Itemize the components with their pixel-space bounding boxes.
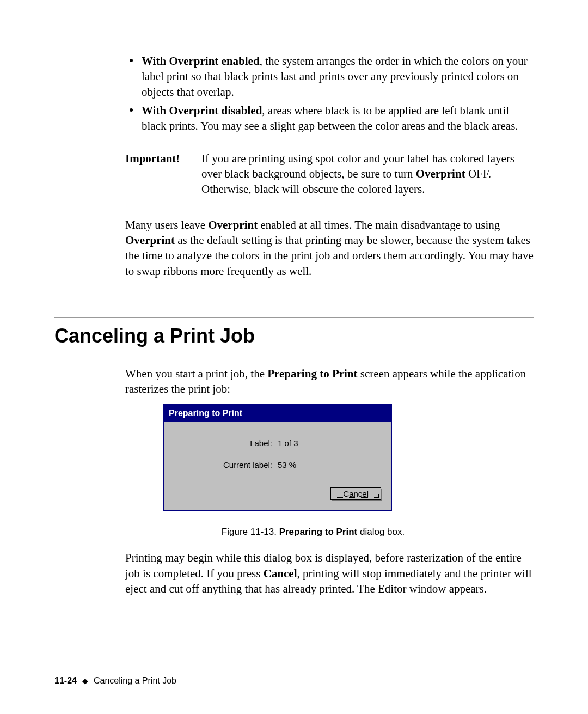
row-label: Current label: (174, 460, 278, 471)
figure-bold: Preparing to Print (279, 527, 358, 537)
overprint-usage-paragraph: Many users leave Overprint enabled at al… (125, 217, 534, 279)
bullet-overprint-disabled: With Overprint disabled, areas where bla… (125, 103, 534, 134)
overprint-bullet-list: With Overprint enabled, the system arran… (125, 53, 534, 134)
row-label: Label: (174, 438, 278, 449)
dialog-title: Preparing to Print (164, 405, 391, 422)
note-text: If you are printing using spot color and… (201, 151, 534, 197)
para-bold: Cancel (264, 567, 297, 580)
bullet-overprint-enabled: With Overprint enabled, the system arran… (125, 53, 534, 100)
row-value: 1 of 3 (278, 438, 298, 449)
para-bold: Preparing to Print (267, 367, 357, 380)
para-bold: Overprint (208, 218, 258, 231)
para-text: as the default setting is that printing … (125, 234, 534, 278)
preparing-to-print-dialog: Preparing to Print Label: 1 of 3 Current… (163, 404, 392, 510)
preparing-intro-paragraph: When you start a print job, the Preparin… (125, 366, 534, 397)
page-footer: 11-24 ◆ Canceling a Print Job (54, 675, 176, 687)
important-note: Important! If you are printing using spo… (125, 145, 534, 205)
figure-number: Figure 11-13. (222, 527, 279, 537)
diamond-icon: ◆ (82, 676, 88, 686)
dialog-button-row: Cancel (174, 487, 381, 500)
section-heading: Canceling a Print Job (54, 323, 534, 350)
bullet-lead: With Overprint enabled (142, 54, 260, 68)
figure-caption: Figure 11-13. Preparing to Print dialog … (93, 526, 534, 539)
page-number: 11-24 (54, 675, 77, 687)
figure-rest: dialog box. (357, 527, 405, 537)
dialog-row-current-label: Current label: 53 % (174, 460, 381, 471)
footer-section-name: Canceling a Print Job (94, 675, 176, 687)
section-divider (54, 317, 534, 318)
dialog-body: Label: 1 of 3 Current label: 53 % Cancel (164, 422, 391, 510)
note-bold: Overprint (416, 167, 465, 180)
cancel-button[interactable]: Cancel (330, 487, 381, 500)
note-label: Important! (125, 151, 201, 197)
para-text: Many users leave (125, 218, 208, 231)
para-text: enabled at all times. The main disadvant… (258, 218, 500, 231)
cancel-behavior-paragraph: Printing may begin while this dialog box… (125, 550, 534, 596)
dialog-row-label: Label: 1 of 3 (174, 438, 381, 449)
para-bold: Overprint (125, 234, 175, 247)
row-value: 53 % (278, 460, 296, 471)
bullet-lead: With Overprint disabled (142, 104, 262, 117)
para-text: When you start a print job, the (125, 367, 267, 380)
